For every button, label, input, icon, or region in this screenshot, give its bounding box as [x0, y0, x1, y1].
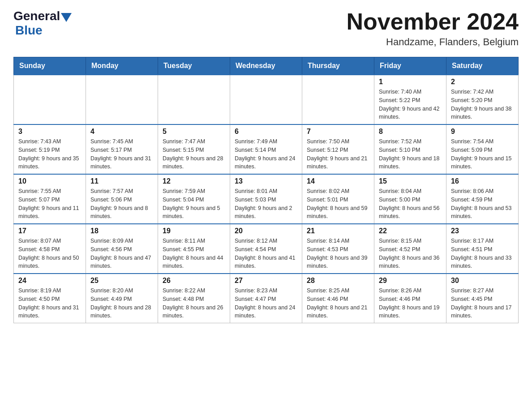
day-info: Sunrise: 8:02 AMSunset: 5:01 PMDaylight:…: [307, 187, 369, 221]
day-info: Sunrise: 7:45 AMSunset: 5:17 PMDaylight:…: [90, 137, 153, 171]
calendar-cell: 18Sunrise: 8:09 AMSunset: 4:56 PMDayligh…: [86, 224, 158, 274]
day-number: 19: [163, 227, 225, 235]
weekday-header-sunday: Sunday: [14, 57, 86, 75]
day-number: 9: [451, 128, 514, 136]
day-info: Sunrise: 7:54 AMSunset: 5:09 PMDaylight:…: [451, 137, 514, 171]
day-number: 4: [90, 128, 153, 136]
day-info: Sunrise: 8:26 AMSunset: 4:46 PMDaylight:…: [379, 287, 442, 320]
calendar-cell: 3Sunrise: 7:43 AMSunset: 5:19 PMDaylight…: [14, 124, 86, 174]
day-number: 6: [235, 128, 297, 136]
calendar-cell: 25Sunrise: 8:20 AMSunset: 4:49 PMDayligh…: [86, 274, 158, 323]
day-number: 22: [379, 227, 442, 235]
logo-triangle-icon: [61, 13, 72, 22]
day-number: 15: [379, 177, 442, 185]
day-number: 30: [451, 277, 514, 285]
day-number: 23: [451, 227, 514, 235]
calendar-cell: 8Sunrise: 7:52 AMSunset: 5:10 PMDaylight…: [374, 124, 446, 174]
calendar-cell: 7Sunrise: 7:50 AMSunset: 5:12 PMDaylight…: [302, 124, 374, 174]
day-info: Sunrise: 8:27 AMSunset: 4:45 PMDaylight:…: [451, 287, 514, 320]
calendar-cell: [14, 75, 86, 124]
day-number: 28: [307, 277, 369, 285]
day-info: Sunrise: 8:14 AMSunset: 4:53 PMDaylight:…: [307, 237, 369, 270]
day-info: Sunrise: 8:09 AMSunset: 4:56 PMDaylight:…: [90, 237, 153, 270]
day-number: 7: [307, 128, 369, 136]
weekday-header-monday: Monday: [86, 57, 158, 75]
calendar-cell: [302, 75, 374, 124]
day-number: 16: [451, 177, 514, 185]
day-number: 25: [90, 277, 153, 285]
calendar-cell: 24Sunrise: 8:19 AMSunset: 4:50 PMDayligh…: [14, 274, 86, 323]
day-info: Sunrise: 8:17 AMSunset: 4:51 PMDaylight:…: [451, 237, 514, 270]
calendar-cell: [158, 75, 230, 124]
calendar-header-row: SundayMondayTuesdayWednesdayThursdayFrid…: [14, 57, 519, 75]
day-info: Sunrise: 8:07 AMSunset: 4:58 PMDaylight:…: [18, 237, 81, 270]
day-number: 1: [379, 78, 442, 86]
weekday-header-friday: Friday: [374, 57, 446, 75]
day-info: Sunrise: 8:22 AMSunset: 4:48 PMDaylight:…: [163, 287, 225, 320]
page-title: November 2024: [347, 9, 519, 34]
calendar-cell: 15Sunrise: 8:04 AMSunset: 5:00 PMDayligh…: [374, 174, 446, 224]
calendar-table: SundayMondayTuesdayWednesdayThursdayFrid…: [13, 57, 519, 323]
day-info: Sunrise: 8:19 AMSunset: 4:50 PMDaylight:…: [18, 287, 81, 320]
calendar-cell: 9Sunrise: 7:54 AMSunset: 5:09 PMDaylight…: [446, 124, 519, 174]
calendar-cell: 16Sunrise: 8:06 AMSunset: 4:59 PMDayligh…: [446, 174, 519, 224]
day-number: 10: [18, 177, 81, 185]
day-number: 8: [379, 128, 442, 136]
calendar-cell: 12Sunrise: 7:59 AMSunset: 5:04 PMDayligh…: [158, 174, 230, 224]
logo-general: General: [13, 9, 60, 23]
day-number: 21: [307, 227, 369, 235]
day-info: Sunrise: 7:40 AMSunset: 5:22 PMDaylight:…: [379, 88, 442, 121]
day-info: Sunrise: 8:04 AMSunset: 5:00 PMDaylight:…: [379, 187, 442, 221]
calendar-cell: 11Sunrise: 7:57 AMSunset: 5:06 PMDayligh…: [86, 174, 158, 224]
calendar-cell: 29Sunrise: 8:26 AMSunset: 4:46 PMDayligh…: [374, 274, 446, 323]
weekday-header-wednesday: Wednesday: [230, 57, 302, 75]
weekday-header-thursday: Thursday: [302, 57, 374, 75]
calendar-cell: 5Sunrise: 7:47 AMSunset: 5:15 PMDaylight…: [158, 124, 230, 174]
week-row-5: 24Sunrise: 8:19 AMSunset: 4:50 PMDayligh…: [14, 274, 519, 323]
day-number: 13: [235, 177, 297, 185]
day-info: Sunrise: 8:25 AMSunset: 4:46 PMDaylight:…: [307, 287, 369, 320]
weekday-header-saturday: Saturday: [446, 57, 519, 75]
calendar-cell: 10Sunrise: 7:55 AMSunset: 5:07 PMDayligh…: [14, 174, 86, 224]
calendar-cell: 6Sunrise: 7:49 AMSunset: 5:14 PMDaylight…: [230, 124, 302, 174]
calendar-cell: 1Sunrise: 7:40 AMSunset: 5:22 PMDaylight…: [374, 75, 446, 124]
day-number: 3: [18, 128, 81, 136]
logo: General Blue: [13, 9, 73, 38]
day-info: Sunrise: 8:11 AMSunset: 4:55 PMDaylight:…: [163, 237, 225, 270]
calendar-cell: 20Sunrise: 8:12 AMSunset: 4:54 PMDayligh…: [230, 224, 302, 274]
calendar-cell: 26Sunrise: 8:22 AMSunset: 4:48 PMDayligh…: [158, 274, 230, 323]
calendar-cell: 21Sunrise: 8:14 AMSunset: 4:53 PMDayligh…: [302, 224, 374, 274]
day-info: Sunrise: 7:47 AMSunset: 5:15 PMDaylight:…: [163, 137, 225, 171]
day-number: 17: [18, 227, 81, 235]
day-info: Sunrise: 7:49 AMSunset: 5:14 PMDaylight:…: [235, 137, 297, 171]
day-info: Sunrise: 8:01 AMSunset: 5:03 PMDaylight:…: [235, 187, 297, 221]
day-info: Sunrise: 8:15 AMSunset: 4:52 PMDaylight:…: [379, 237, 442, 270]
day-number: 29: [379, 277, 442, 285]
week-row-1: 1Sunrise: 7:40 AMSunset: 5:22 PMDaylight…: [14, 75, 519, 124]
day-info: Sunrise: 8:23 AMSunset: 4:47 PMDaylight:…: [235, 287, 297, 320]
calendar-cell: [230, 75, 302, 124]
week-row-3: 10Sunrise: 7:55 AMSunset: 5:07 PMDayligh…: [14, 174, 519, 224]
calendar-cell: 22Sunrise: 8:15 AMSunset: 4:52 PMDayligh…: [374, 224, 446, 274]
day-number: 26: [163, 277, 225, 285]
logo-blue: Blue: [15, 23, 43, 37]
calendar-cell: 27Sunrise: 8:23 AMSunset: 4:47 PMDayligh…: [230, 274, 302, 323]
calendar-cell: 23Sunrise: 8:17 AMSunset: 4:51 PMDayligh…: [446, 224, 519, 274]
day-info: Sunrise: 7:57 AMSunset: 5:06 PMDaylight:…: [90, 187, 153, 221]
day-info: Sunrise: 7:50 AMSunset: 5:12 PMDaylight:…: [307, 137, 369, 171]
week-row-4: 17Sunrise: 8:07 AMSunset: 4:58 PMDayligh…: [14, 224, 519, 274]
day-number: 20: [235, 227, 297, 235]
day-info: Sunrise: 8:12 AMSunset: 4:54 PMDaylight:…: [235, 237, 297, 270]
day-info: Sunrise: 7:52 AMSunset: 5:10 PMDaylight:…: [379, 137, 442, 171]
day-info: Sunrise: 7:59 AMSunset: 5:04 PMDaylight:…: [163, 187, 225, 221]
day-number: 11: [90, 177, 153, 185]
day-number: 14: [307, 177, 369, 185]
day-number: 18: [90, 227, 153, 235]
weekday-header-tuesday: Tuesday: [158, 57, 230, 75]
calendar-cell: 13Sunrise: 8:01 AMSunset: 5:03 PMDayligh…: [230, 174, 302, 224]
day-number: 24: [18, 277, 81, 285]
page-header: General Blue November 2024 Handzame, Fla…: [13, 9, 519, 48]
calendar-cell: [86, 75, 158, 124]
day-info: Sunrise: 8:06 AMSunset: 4:59 PMDaylight:…: [451, 187, 514, 221]
calendar-cell: 14Sunrise: 8:02 AMSunset: 5:01 PMDayligh…: [302, 174, 374, 224]
